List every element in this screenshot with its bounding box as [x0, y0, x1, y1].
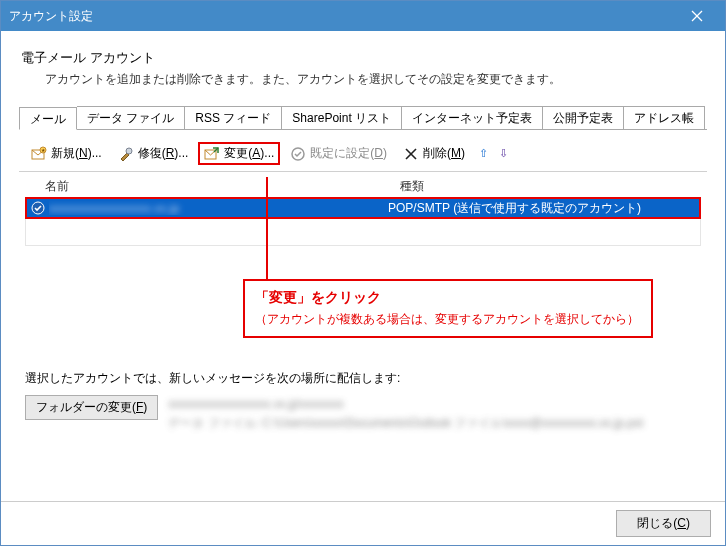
delivery-section: 選択したアカウントでは、新しいメッセージを次の場所に配信します: フォルダーの変…: [19, 370, 707, 433]
move-up-button[interactable]: ⇧: [475, 146, 491, 162]
delivery-path-text: xxxxxxxxxxxxxxxxx.xx.jp\xxxxxxx データ ファイル…: [168, 395, 701, 433]
accounts-list-header: 名前 種類: [25, 176, 701, 197]
repair-account-button[interactable]: 修復(R)...: [112, 142, 195, 165]
tab-address-books[interactable]: アドレス帳: [624, 106, 705, 129]
change-folder-button[interactable]: フォルダーの変更(F): [25, 395, 158, 420]
close-dialog-button[interactable]: 閉じる(C): [616, 510, 711, 537]
change-icon: [204, 146, 220, 162]
default-check-icon: [31, 201, 45, 215]
tab-mail[interactable]: メール: [19, 107, 77, 130]
move-down-button[interactable]: ⇩: [495, 146, 511, 162]
dialog-body: 電子メール アカウント アカウントを追加または削除できます。また、アカウントを選…: [1, 31, 725, 501]
svg-point-5: [126, 148, 132, 154]
set-default-button[interactable]: 既定に設定(D): [284, 142, 393, 165]
annotation-desc: （アカウントが複数ある場合は、変更するアカウントを選択してから）: [255, 311, 641, 328]
tab-strip: メール データ ファイル RSS フィード SharePoint リスト インタ…: [19, 106, 707, 130]
annotation-title: 「変更」をクリック: [255, 289, 641, 307]
column-type[interactable]: 種類: [400, 178, 697, 195]
tab-internet-calendars[interactable]: インターネット予定表: [402, 106, 543, 129]
new-mail-icon: ★: [31, 146, 47, 162]
delete-account-button[interactable]: 削除(M): [397, 142, 471, 165]
close-icon: [691, 10, 703, 22]
change-account-button[interactable]: 変更(A)...: [198, 142, 280, 165]
intro-description: アカウントを追加または削除できます。また、アカウントを選択してその設定を変更でき…: [45, 71, 707, 88]
arrow-down-icon: ⇩: [499, 147, 508, 160]
new-account-label: 新規(N)...: [51, 145, 102, 162]
annotation-callout: 「変更」をクリック （アカウントが複数ある場合は、変更するアカウントを選択してか…: [243, 279, 653, 338]
tab-sharepoint-lists[interactable]: SharePoint リスト: [282, 106, 402, 129]
arrow-up-icon: ⇧: [479, 147, 488, 160]
tab-data-files[interactable]: データ ファイル: [77, 106, 185, 129]
delete-icon: [403, 146, 419, 162]
tab-rss-feeds[interactable]: RSS フィード: [185, 106, 282, 129]
window-close-button[interactable]: [677, 1, 717, 31]
intro-title: 電子メール アカウント: [21, 49, 707, 67]
tabs-container: メール データ ファイル RSS フィード SharePoint リスト インタ…: [19, 106, 707, 433]
titlebar: アカウント設定: [1, 1, 725, 31]
accounts-toolbar: ★ 新規(N)... 修復(R)... 変更(A): [19, 132, 707, 172]
tab-published-calendars[interactable]: 公開予定表: [543, 106, 624, 129]
accounts-list: 名前 種類 xxxxxxxxxxxxxxxxx.xx.jp POP/SMTP (…: [25, 176, 701, 246]
delivery-label: 選択したアカウントでは、新しいメッセージを次の場所に配信します:: [25, 370, 701, 387]
column-name[interactable]: 名前: [29, 178, 400, 195]
set-default-icon: [290, 146, 306, 162]
account-row[interactable]: xxxxxxxxxxxxxxxxx.xx.jp POP/SMTP (送信で使用す…: [25, 197, 701, 219]
repair-icon: [118, 146, 134, 162]
delivery-row: フォルダーの変更(F) xxxxxxxxxxxxxxxxx.xx.jp\xxxx…: [25, 395, 701, 433]
account-settings-window: アカウント設定 電子メール アカウント アカウントを追加または削除できます。また…: [0, 0, 726, 546]
new-account-button[interactable]: ★ 新規(N)...: [25, 142, 108, 165]
delete-account-label: 削除(M): [423, 145, 465, 162]
change-account-label: 変更(A)...: [224, 145, 274, 162]
window-title: アカウント設定: [9, 8, 677, 25]
dialog-footer: 閉じる(C): [1, 501, 725, 545]
repair-account-label: 修復(R)...: [138, 145, 189, 162]
set-default-label: 既定に設定(D): [310, 145, 387, 162]
account-type-cell: POP/SMTP (送信で使用する既定のアカウント): [384, 200, 697, 217]
account-name-cell: xxxxxxxxxxxxxxxxx.xx.jp: [49, 201, 384, 215]
list-empty-area: [25, 219, 701, 246]
